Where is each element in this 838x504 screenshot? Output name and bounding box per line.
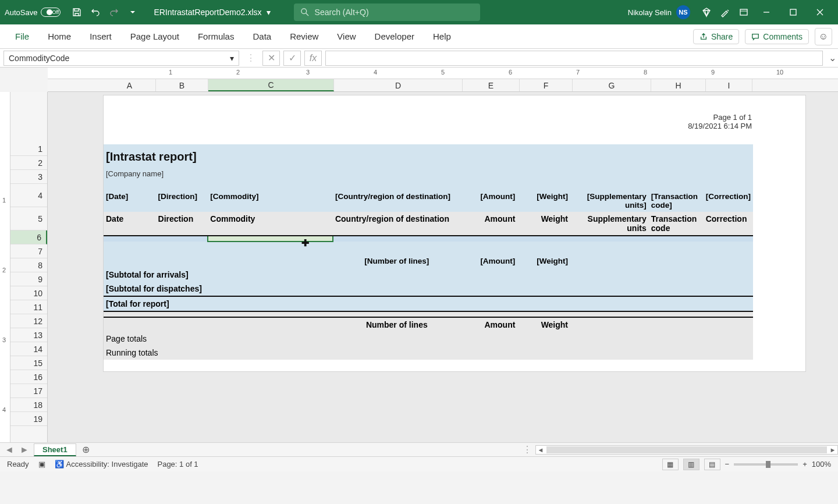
redo-icon[interactable] — [106, 4, 122, 20]
user-account[interactable]: Nikolay Selin NS — [628, 5, 690, 19]
row-header[interactable]: 17 — [10, 384, 47, 398]
accessibility-status[interactable]: ♿Accessibility: Investigate — [55, 460, 148, 468]
user-name: Nikolay Selin — [628, 8, 672, 17]
zoom-in-icon[interactable]: + — [803, 460, 807, 468]
enter-formula-icon[interactable]: ✓ — [283, 51, 301, 66]
tab-home[interactable]: Home — [38, 24, 80, 48]
tab-review[interactable]: Review — [280, 24, 328, 48]
row-header[interactable]: 1 — [10, 142, 47, 156]
row-header[interactable]: 11 — [10, 300, 47, 314]
tab-formulas[interactable]: Formulas — [189, 24, 244, 48]
row-header[interactable]: 2 — [10, 156, 47, 170]
diamond-icon[interactable] — [698, 4, 715, 20]
page-layout-view-icon[interactable]: ▥ — [683, 459, 699, 470]
zoom-slider[interactable] — [734, 463, 798, 466]
row-header[interactable]: 16 — [10, 370, 47, 384]
row-header[interactable]: 9 — [10, 272, 47, 286]
row-header[interactable]: 13 — [10, 328, 47, 342]
cell[interactable] — [333, 236, 461, 242]
horizontal-scrollbar[interactable]: ◄ ► — [535, 445, 838, 455]
feedback-icon[interactable]: ☺ — [815, 28, 832, 45]
cell[interactable] — [156, 236, 208, 242]
row-header[interactable]: 8 — [10, 258, 47, 272]
fx-icon[interactable]: fx — [304, 51, 322, 66]
total-report: [Total for report] — [104, 296, 753, 311]
zoom-level[interactable]: 100% — [812, 460, 831, 468]
row-header[interactable]: 14 — [10, 342, 47, 356]
col-header[interactable]: I — [706, 79, 752, 91]
cancel-formula-icon[interactable]: ✕ — [262, 51, 280, 66]
tab-data[interactable]: Data — [243, 24, 280, 48]
col-header[interactable]: A — [104, 79, 156, 91]
ribbon-display-icon[interactable] — [736, 4, 752, 20]
row-headers: 1 2 3 4 5 6 7 8 9 10 11 12 13 14 15 16 1… — [10, 92, 48, 442]
col-header[interactable]: G — [573, 79, 651, 91]
row-header[interactable]: 3 — [10, 170, 47, 184]
col-header[interactable]: F — [520, 79, 573, 91]
tab-file[interactable]: File — [6, 24, 38, 48]
row-header[interactable]: 6 — [10, 230, 47, 244]
name-box-dropdown-icon[interactable]: ▾ — [230, 54, 234, 63]
col-header[interactable]: C — [208, 79, 334, 91]
comments-button[interactable]: Comments — [745, 29, 809, 44]
scroll-right-icon[interactable]: ► — [828, 446, 837, 453]
row-header[interactable]: 19 — [10, 412, 47, 426]
scroll-left-icon[interactable]: ◄ — [536, 446, 545, 453]
zoom-out-icon[interactable]: − — [725, 460, 730, 468]
svg-rect-5 — [790, 9, 796, 15]
tab-help[interactable]: Help — [424, 24, 460, 48]
macro-record-icon[interactable]: ▣ — [38, 460, 45, 468]
cell[interactable] — [517, 236, 570, 242]
selected-cell[interactable]: ✚ — [208, 236, 333, 242]
share-button[interactable]: Share — [693, 29, 739, 44]
tab-view[interactable]: View — [328, 24, 365, 48]
avatar: NS — [676, 5, 690, 19]
row-header[interactable]: 10 — [10, 286, 47, 300]
tab-split-handle[interactable]: ⋮ — [523, 444, 532, 455]
page-canvas[interactable]: Page 1 of 1 8/19/2021 6:14 PM [Intrastat… — [48, 92, 838, 442]
formula-expand-icon[interactable]: ⌄ — [826, 52, 838, 63]
page-number: Page 1 of 1 — [104, 113, 753, 122]
col-header[interactable]: D — [334, 79, 463, 91]
page-break-view-icon[interactable]: ▤ — [704, 459, 720, 470]
row-header[interactable]: 15 — [10, 356, 47, 370]
next-sheet-icon[interactable]: ► — [19, 445, 30, 455]
draw-icon[interactable] — [717, 4, 733, 20]
col-header[interactable]: B — [156, 79, 208, 91]
cell[interactable] — [649, 236, 704, 242]
zoom-thumb[interactable] — [766, 461, 770, 468]
undo-icon[interactable] — [87, 4, 104, 20]
col-header[interactable]: H — [651, 79, 706, 91]
close-button[interactable] — [807, 0, 833, 24]
footer-header: Weight — [517, 317, 570, 332]
autosave-toggle[interactable]: AutoSave Off — [5, 8, 61, 17]
minimize-button[interactable] — [753, 0, 780, 24]
prev-sheet-icon[interactable]: ◄ — [3, 445, 15, 455]
row-header[interactable]: 12 — [10, 314, 47, 328]
cell[interactable] — [104, 236, 156, 242]
cell[interactable] — [570, 236, 649, 242]
tab-insert[interactable]: Insert — [80, 24, 121, 48]
new-sheet-button[interactable]: ⊕ — [80, 443, 93, 456]
file-name[interactable]: ERIntrastatReportDemo2.xlsx ▾ — [154, 8, 270, 17]
cell[interactable] — [704, 236, 753, 242]
qat-dropdown-icon[interactable] — [125, 4, 141, 20]
row-header[interactable]: 4 — [10, 184, 47, 207]
normal-view-icon[interactable]: ▦ — [662, 459, 679, 470]
name-box[interactable]: CommodityCode ▾ — [3, 51, 239, 66]
tab-page-layout[interactable]: Page Layout — [121, 24, 189, 48]
toggle-switch[interactable]: Off — [41, 8, 61, 17]
sheet-tab[interactable]: Sheet1 — [34, 443, 76, 456]
row-header[interactable]: 5 — [10, 207, 47, 230]
save-icon[interactable] — [69, 4, 85, 20]
tab-developer[interactable]: Developer — [365, 24, 424, 48]
row-header[interactable]: 7 — [10, 244, 47, 258]
search-input[interactable]: Search (Alt+Q) — [294, 3, 480, 21]
formula-input[interactable] — [325, 51, 823, 66]
scroll-thumb[interactable] — [546, 446, 827, 453]
filename-dropdown-icon[interactable]: ▾ — [267, 8, 271, 17]
cell[interactable] — [461, 236, 518, 242]
maximize-button[interactable] — [780, 0, 807, 24]
row-header[interactable]: 18 — [10, 398, 47, 412]
col-header[interactable]: E — [463, 79, 520, 91]
